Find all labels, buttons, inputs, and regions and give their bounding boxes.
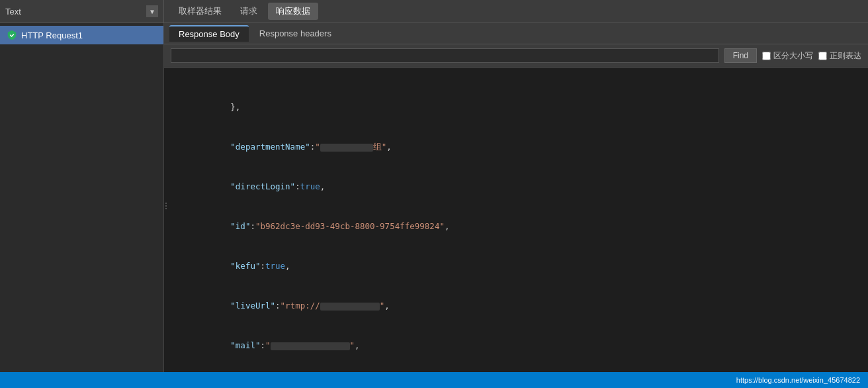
line-6: "liveUrl":"rtmp://", (171, 299, 861, 313)
top-bar: Text ▼ 取样器结果 请求 响应数据 (0, 0, 868, 23)
content-area: HTTP Request1 Response Body Response hea… (0, 23, 868, 372)
regex-checkbox[interactable] (818, 52, 827, 60)
search-input[interactable] (171, 48, 719, 63)
status-url: https://blog.csdn.net/weixin_45674822 (736, 376, 860, 384)
case-sensitive-label[interactable]: 区分大小写 (762, 50, 813, 62)
tab-request[interactable]: 请求 (232, 3, 265, 20)
find-button[interactable]: Find (724, 48, 757, 63)
status-bar: https://blog.csdn.net/weixin_45674822 (0, 372, 868, 388)
regex-text: 正则表达 (830, 50, 861, 62)
line-5: "kefu":true, (171, 260, 861, 273)
sub-tab-response-headers[interactable]: Response headers (250, 26, 341, 41)
search-bar: Find 区分大小写 正则表达 (164, 44, 868, 68)
line-3: "directLogin":true, (171, 180, 861, 193)
dropdown-button[interactable]: ▼ (146, 5, 158, 17)
sidebar-resize-handle[interactable] (164, 23, 168, 388)
sidebar-item-label: HTTP Request1 (21, 30, 83, 40)
line-2: "departmentName":"组", (171, 140, 861, 154)
case-sensitive-checkbox[interactable] (762, 52, 771, 60)
top-tabs: 取样器结果 请求 响应数据 (164, 0, 325, 23)
shield-icon (7, 30, 17, 40)
response-body[interactable]: }, "departmentName":"组", "directLogin":t… (164, 68, 868, 372)
line-1: }, (171, 101, 861, 114)
case-sensitive-text: 区分大小写 (773, 50, 813, 62)
line-7: "mail":"", (171, 339, 861, 352)
resize-dots (165, 203, 167, 209)
sub-tabs-bar: Response Body Response headers (164, 23, 868, 44)
regex-label[interactable]: 正则表达 (818, 50, 861, 62)
tab-sampler-result[interactable]: 取样器结果 (171, 3, 230, 20)
sidebar: HTTP Request1 (0, 23, 164, 372)
panel-title: Text (5, 7, 142, 17)
line-4: "id":"b962dc3e-dd93-49cb-8800-9754ffe998… (171, 220, 861, 233)
main-panel: Response Body Response headers Find 区分大小… (164, 23, 868, 372)
sub-tab-response-body[interactable]: Response Body (169, 25, 249, 42)
top-left-panel: Text ▼ (0, 0, 164, 23)
tab-response-data[interactable]: 响应数据 (268, 3, 318, 20)
sidebar-item-http-request1[interactable]: HTTP Request1 (0, 26, 163, 44)
